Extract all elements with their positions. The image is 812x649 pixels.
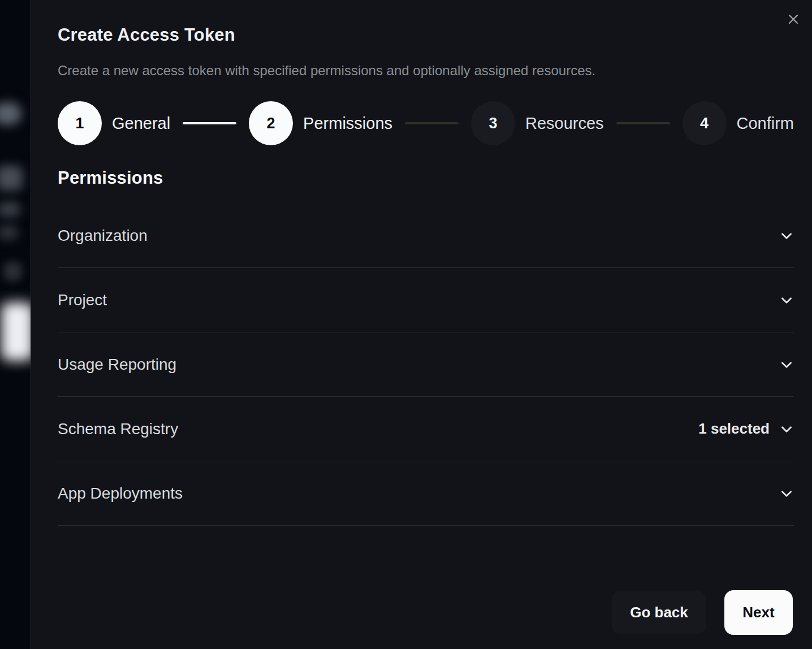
accordion-row-app-deployments[interactable]: App Deployments [58, 461, 794, 526]
accordion-row-schema-registry[interactable]: Schema Registry 1 selected [58, 397, 794, 461]
accordion-row-project[interactable]: Project [58, 268, 794, 332]
accordion-row-organization[interactable]: Organization [58, 204, 794, 268]
chevron-down-icon [779, 293, 794, 308]
accordion-row-label: Organization [58, 227, 148, 245]
step-resources[interactable]: 3 Resources [471, 101, 604, 145]
background-blur-text [0, 202, 20, 217]
step-label: General [112, 114, 170, 133]
step-number-badge: 3 [471, 101, 515, 145]
go-back-button[interactable]: Go back [612, 591, 706, 634]
chevron-down-icon [779, 422, 794, 436]
modal-title: Create Access Token [58, 25, 235, 45]
step-confirm[interactable]: 4 Confirm [683, 101, 794, 145]
background-blur-text [0, 226, 18, 240]
screen: Create Access Token Create a new access … [0, 0, 812, 649]
step-connector-upcoming [616, 122, 670, 124]
step-label: Resources [525, 114, 604, 133]
step-label: Permissions [303, 114, 392, 133]
chevron-down-icon [779, 228, 794, 243]
permissions-accordion: Organization Project Usage Reporting [58, 204, 794, 526]
step-general[interactable]: 1 General [58, 101, 170, 145]
accordion-row-label: Project [58, 291, 107, 309]
step-connector-complete [183, 122, 236, 124]
accordion-row-label: App Deployments [58, 484, 183, 503]
close-icon[interactable] [785, 11, 801, 27]
selection-count-badge: 1 selected [698, 420, 770, 438]
modal-subtitle: Create a new access token with specified… [58, 63, 595, 79]
accordion-row-label: Schema Registry [58, 420, 178, 438]
chevron-down-icon [779, 357, 794, 372]
background-blur-text [0, 166, 23, 191]
create-access-token-modal: Create Access Token Create a new access … [31, 0, 812, 649]
stepper: 1 General 2 Permissions 3 Resources 4 Co… [58, 101, 794, 145]
step-number-badge: 1 [58, 101, 102, 145]
step-number-badge: 2 [249, 101, 293, 145]
background-blur-square [3, 262, 22, 281]
accordion-row-label: Usage Reporting [58, 356, 176, 374]
step-number-badge: 4 [683, 101, 727, 145]
step-permissions[interactable]: 2 Permissions [249, 101, 392, 145]
accordion-row-usage-reporting[interactable]: Usage Reporting [58, 332, 794, 397]
next-button[interactable]: Next [724, 590, 793, 635]
step-connector-upcoming [405, 122, 459, 124]
background-blur-pill [0, 102, 21, 125]
chevron-down-icon [779, 486, 794, 501]
section-heading: Permissions [58, 168, 163, 188]
step-label: Confirm [737, 114, 794, 133]
background-blur-card [1, 302, 33, 361]
